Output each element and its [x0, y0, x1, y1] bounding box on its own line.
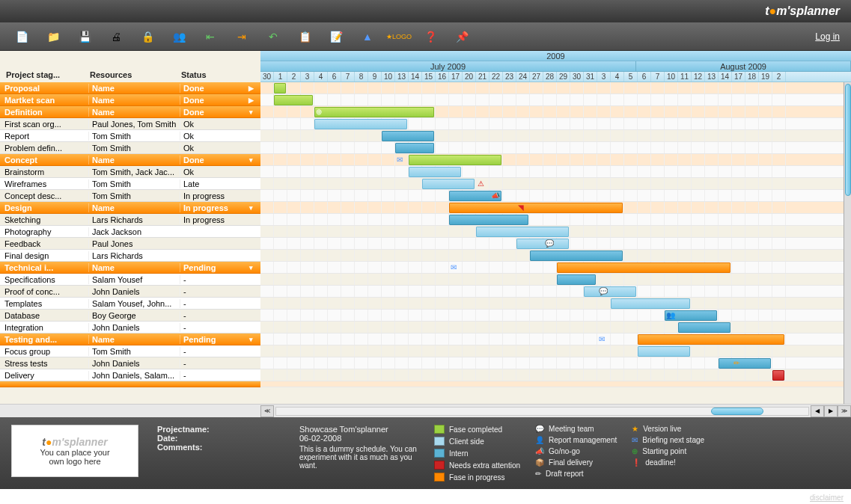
- task-row[interactable]: TemplatesSalam Yousef, John...-: [0, 298, 260, 310]
- task-row[interactable]: BrainstormTom Smith, Jack Jac...Ok: [0, 166, 260, 178]
- task-row[interactable]: Final designLars Richards: [0, 250, 260, 262]
- legend-item: Needs extra attention: [434, 461, 520, 470]
- day-cell: 22: [489, 72, 503, 82]
- legend-item: 💬Meeting team: [535, 425, 617, 433]
- open-icon[interactable]: 📁: [43, 26, 64, 47]
- scroll-right-icon[interactable]: ▶: [824, 405, 838, 417]
- gantt-bar[interactable]: [314, 107, 434, 117]
- phase-row[interactable]: [0, 381, 260, 387]
- gantt-bar[interactable]: [530, 251, 623, 261]
- expand-icon[interactable]: ▾: [244, 156, 257, 164]
- scroll-left-icon[interactable]: ◀: [811, 405, 824, 417]
- gantt-bar[interactable]: [382, 131, 434, 141]
- gantt-bar[interactable]: [395, 143, 434, 153]
- task-row[interactable]: SpecificationsSalam Yousef-: [0, 274, 260, 286]
- new-icon[interactable]: 📄: [11, 26, 32, 47]
- day-header: 3012346789101314151617202122232427282930…: [260, 72, 851, 82]
- gantt-bar[interactable]: [274, 95, 313, 105]
- gantt-bar[interactable]: [409, 155, 501, 165]
- note-icon[interactable]: 📌: [451, 26, 472, 47]
- phase-row[interactable]: Martket scanNameDone▶: [0, 94, 260, 106]
- gantt-bar[interactable]: [516, 239, 569, 249]
- gantt-bar[interactable]: [274, 83, 286, 93]
- users-icon[interactable]: 👥: [168, 26, 189, 47]
- task-row[interactable]: WireframesTom SmithLate: [0, 178, 260, 190]
- legend-item: Intern: [434, 449, 520, 458]
- task-row[interactable]: PhotographyJack Jackson: [0, 226, 260, 238]
- chart-icon[interactable]: ▲: [357, 26, 378, 47]
- help-icon[interactable]: ❓: [420, 26, 441, 47]
- edit-icon[interactable]: 📝: [326, 26, 347, 47]
- task-row[interactable]: Stress testsJohn Daniels-: [0, 357, 260, 369]
- resource-cell: Jack Jackson: [88, 227, 180, 236]
- phase-row[interactable]: ConceptNameDone▾: [0, 154, 260, 166]
- phase-row[interactable]: DefinitionNameDone▾: [0, 106, 260, 118]
- doc-icon[interactable]: 📋: [294, 26, 315, 47]
- expand-icon[interactable]: ▶: [244, 84, 257, 92]
- day-cell: 21: [476, 72, 489, 82]
- expand-icon[interactable]: ▾: [244, 336, 257, 343]
- gantt-bar[interactable]: [449, 215, 528, 225]
- gantt-bar[interactable]: [557, 274, 596, 285]
- gantt-grid: ⊕✉⚠📣◥💬✉💬👥✉✏: [260, 82, 851, 387]
- day-cell: 10: [665, 72, 678, 82]
- task-row[interactable]: Proof of conc...John Daniels-: [0, 286, 260, 298]
- v-scroll-thumb[interactable]: [845, 84, 851, 196]
- expand-icon[interactable]: ▾: [244, 204, 257, 212]
- save-icon[interactable]: 💾: [74, 26, 95, 47]
- scroll-first-icon[interactable]: ≪: [260, 405, 274, 417]
- import-icon[interactable]: ⇤: [200, 26, 221, 47]
- export-icon[interactable]: ⇥: [231, 26, 252, 47]
- day-cell: 14: [719, 72, 732, 82]
- gantt-row: ✏: [260, 357, 851, 369]
- h-scroll-thumb[interactable]: [711, 408, 763, 415]
- scroll-last-icon[interactable]: ≫: [838, 405, 851, 417]
- footer: t●m'splanner You can place your own logo…: [0, 417, 851, 489]
- expand-icon[interactable]: ▾: [244, 108, 257, 116]
- gantt-bar[interactable]: [422, 179, 475, 189]
- expand-icon[interactable]: ▶: [244, 96, 257, 104]
- print-icon[interactable]: 🖨: [106, 26, 126, 47]
- resource-cell: Name: [88, 335, 180, 344]
- phase-row[interactable]: ProposalNameDone▶: [0, 82, 260, 94]
- login-link[interactable]: Log in: [815, 31, 840, 42]
- gantt-bar[interactable]: [314, 119, 407, 129]
- task-row[interactable]: FeedbackPaul Jones: [0, 238, 260, 250]
- gantt-row: ✉: [260, 154, 851, 166]
- gantt-bar[interactable]: [719, 358, 771, 369]
- task-row[interactable]: DeliveryJohn Daniels, Salam...-: [0, 369, 260, 381]
- undo-icon[interactable]: ↶: [263, 26, 284, 47]
- scroll-track[interactable]: [275, 407, 809, 416]
- legend-item: ✏Draft report: [535, 470, 617, 478]
- task-row[interactable]: First scan org...Paul Jones, Tom SmithOk: [0, 118, 260, 130]
- legend-item: Fase in progress: [434, 473, 520, 482]
- task-row[interactable]: Focus groupTom Smith-: [0, 345, 260, 357]
- phase-row[interactable]: DesignNameIn progress▾: [0, 202, 260, 214]
- phase-row[interactable]: Technical i...NamePending▾: [0, 262, 260, 274]
- gantt-row: 📣: [260, 190, 851, 202]
- gantt-bar[interactable]: [772, 370, 784, 381]
- task-row[interactable]: DatabaseBoy George-: [0, 310, 260, 322]
- star-icon[interactable]: ★LOGO: [388, 26, 409, 47]
- phase-row[interactable]: Testing and...NamePending▾: [0, 334, 260, 345]
- lock-icon[interactable]: 🔒: [137, 26, 158, 47]
- gantt-bar[interactable]: [449, 203, 623, 213]
- gantt-bar[interactable]: [584, 286, 636, 297]
- resource-cell: Name: [88, 203, 180, 212]
- gantt-bar[interactable]: [409, 167, 461, 177]
- expand-icon[interactable]: ▾: [244, 264, 257, 271]
- task-row[interactable]: ReportTom SmithOk: [0, 130, 260, 142]
- vertical-scrollbar[interactable]: [844, 82, 851, 404]
- gantt-bar[interactable]: [638, 334, 784, 345]
- gantt-bar[interactable]: [611, 298, 690, 309]
- gantt-bar[interactable]: [476, 227, 569, 237]
- task-row[interactable]: Concept desc...Tom SmithIn progress: [0, 190, 260, 202]
- gantt-bar[interactable]: [678, 322, 730, 333]
- task-row[interactable]: IntegrationJohn Daniels-: [0, 322, 260, 334]
- gantt-bar[interactable]: [557, 262, 730, 273]
- stage-cell: Testing and...: [0, 335, 88, 344]
- task-row[interactable]: SketchingLars RichardsIn progress: [0, 214, 260, 226]
- month-header: July 2009August 2009: [260, 61, 851, 72]
- task-row[interactable]: Problem defin...Tom SmithOk: [0, 142, 260, 154]
- gantt-bar[interactable]: [638, 346, 690, 357]
